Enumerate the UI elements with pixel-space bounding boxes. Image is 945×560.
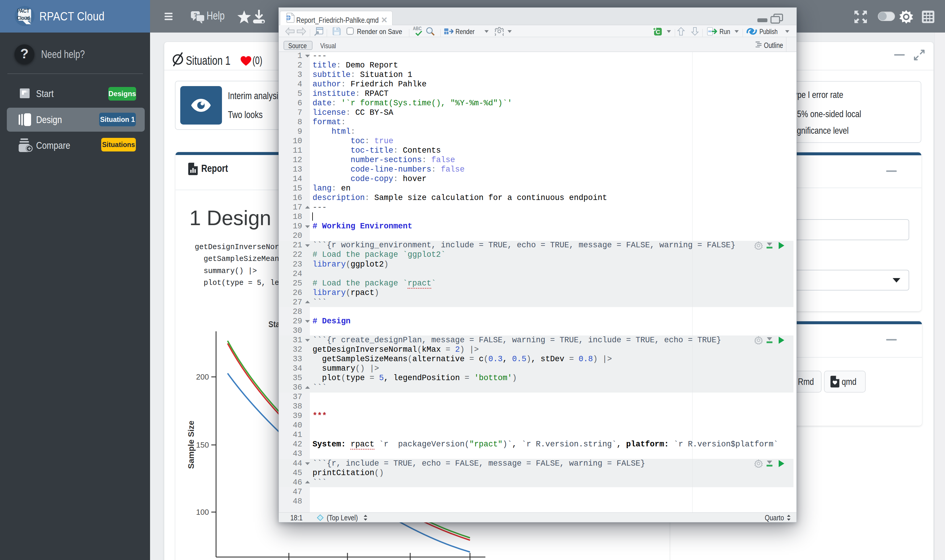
svg-text:?: ? [194,12,197,18]
svg-text:100: 100 [196,508,209,517]
svg-text:C: C [655,28,660,35]
svg-text:150: 150 [196,440,209,449]
svg-text:200: 200 [196,372,209,381]
